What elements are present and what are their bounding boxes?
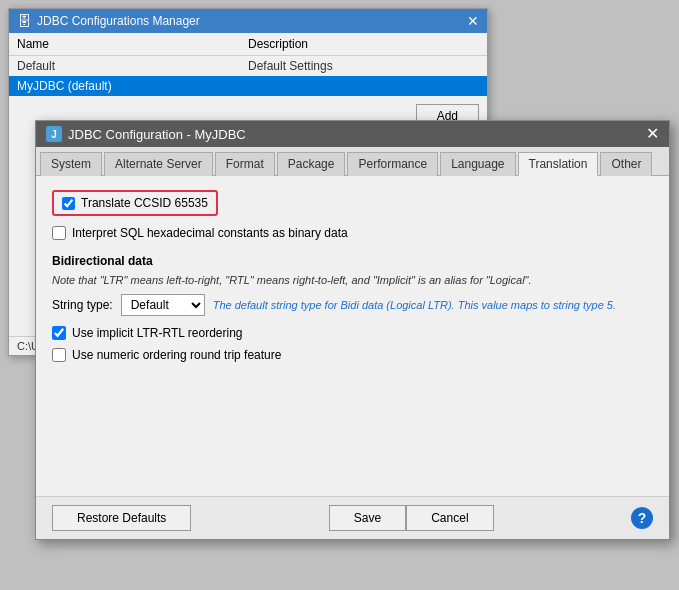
string-type-row: String type: Default LTR RTL Implicit Lo… [52, 294, 653, 316]
row-name-selected: MyJDBC (default) [17, 79, 248, 93]
interpret-sql-row: Interpret SQL hexadecimal constants as b… [52, 226, 653, 240]
use-numeric-label: Use numeric ordering round trip feature [72, 348, 281, 362]
footer: Restore Defaults Save Cancel ? [36, 496, 669, 539]
tabs-bar: System Alternate Server Format Package P… [36, 147, 669, 176]
col-desc-header: Description [248, 37, 479, 51]
bg-title: JDBC Configurations Manager [37, 14, 200, 28]
footer-right: ? [631, 507, 653, 529]
tab-performance[interactable]: Performance [347, 152, 438, 176]
tab-alternate-server[interactable]: Alternate Server [104, 152, 213, 176]
interpret-sql-label: Interpret SQL hexadecimal constants as b… [72, 226, 348, 240]
row-desc: Default Settings [248, 59, 479, 73]
restore-defaults-button[interactable]: Restore Defaults [52, 505, 191, 531]
bg-db-icon: 🗄 [17, 13, 31, 29]
main-db-icon: J [46, 126, 62, 142]
main-close-button[interactable]: ✕ [646, 126, 659, 142]
use-numeric-checkbox[interactable] [52, 348, 66, 362]
bg-close-button[interactable]: ✕ [467, 13, 479, 29]
main-title: JDBC Configuration - MyJDBC [68, 127, 246, 142]
tab-system[interactable]: System [40, 152, 102, 176]
use-implicit-label: Use implicit LTR-RTL reordering [72, 326, 243, 340]
use-implicit-row: Use implicit LTR-RTL reordering [52, 326, 653, 340]
help-icon[interactable]: ? [631, 507, 653, 529]
bidi-note: Note that "LTR" means left-to-right, "RT… [52, 274, 653, 286]
translate-ccsid-box: Translate CCSID 65535 [52, 190, 218, 216]
table-row[interactable]: Default Default Settings [9, 56, 487, 76]
tab-format[interactable]: Format [215, 152, 275, 176]
col-name-header: Name [17, 37, 248, 51]
main-dialog: J JDBC Configuration - MyJDBC ✕ System A… [35, 120, 670, 540]
string-type-select[interactable]: Default LTR RTL Implicit Logical Visual [121, 294, 205, 316]
translate-ccsid-label: Translate CCSID 65535 [81, 196, 208, 210]
translate-ccsid-checkbox[interactable] [62, 197, 75, 210]
table-row-selected[interactable]: MyJDBC (default) [9, 76, 487, 96]
use-numeric-row: Use numeric ordering round trip feature [52, 348, 653, 362]
bg-table-header: Name Description [9, 33, 487, 56]
save-button[interactable]: Save [329, 505, 406, 531]
footer-left: Restore Defaults [52, 505, 191, 531]
content-area: Translate CCSID 65535 Interpret SQL hexa… [36, 176, 669, 496]
string-type-desc: The default string type for Bidi data (L… [213, 299, 616, 311]
row-desc-selected [248, 79, 479, 93]
bg-titlebar: 🗄 JDBC Configurations Manager ✕ [9, 9, 487, 33]
interpret-sql-checkbox[interactable] [52, 226, 66, 240]
tab-other[interactable]: Other [600, 152, 652, 176]
cancel-button[interactable]: Cancel [406, 505, 493, 531]
row-name: Default [17, 59, 248, 73]
main-titlebar: J JDBC Configuration - MyJDBC ✕ [36, 121, 669, 147]
use-implicit-checkbox[interactable] [52, 326, 66, 340]
bidi-section-title: Bidirectional data [52, 254, 653, 268]
tab-language[interactable]: Language [440, 152, 515, 176]
string-type-label: String type: [52, 298, 113, 312]
tab-translation[interactable]: Translation [518, 152, 599, 176]
footer-center: Save Cancel [329, 505, 494, 531]
tab-package[interactable]: Package [277, 152, 346, 176]
